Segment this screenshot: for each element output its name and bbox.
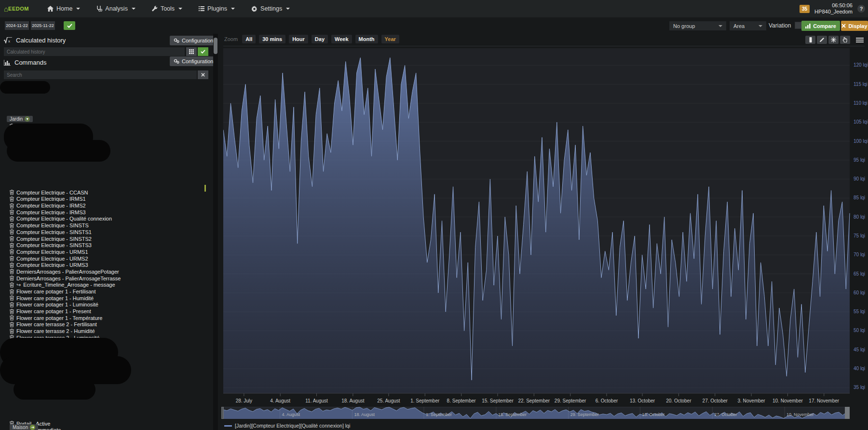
compare-button[interactable]: Compare <box>801 21 840 31</box>
group-badge-maison[interactable]: Maison ➜ <box>10 424 38 430</box>
pan-tool-button[interactable] <box>840 36 850 44</box>
zoom-button-month[interactable]: Month <box>355 35 378 43</box>
command-item[interactable]: Flower care potager 1 - Température <box>0 315 211 321</box>
command-item[interactable]: Compteur Electrique - SINSTS2 <box>0 236 211 242</box>
trash-icon[interactable] <box>10 309 14 314</box>
trash-icon[interactable] <box>10 196 14 202</box>
navigator-right-handle[interactable] <box>845 407 850 419</box>
command-item[interactable]: ↪Ecriture_Timeline_Arrosage - message <box>0 282 211 289</box>
command-item-redacted[interactable] <box>0 414 211 420</box>
chart-menu-button[interactable] <box>854 36 866 44</box>
zoom-button-week[interactable]: Week <box>331 35 352 43</box>
list-scrollbar-thumb[interactable] <box>204 185 206 192</box>
svg-text:15. September: 15. September <box>482 398 514 403</box>
command-item[interactable]: Flower care terrasse 2 - Fertilisant <box>0 321 211 328</box>
trash-icon[interactable] <box>10 236 14 241</box>
command-item[interactable]: Flower care potager 1 - Fertilisant <box>0 288 211 295</box>
command-item[interactable]: Compteur Electrique - URMS2 <box>0 255 211 262</box>
trash-icon[interactable] <box>10 263 14 268</box>
command-item[interactable]: Flower care potager 1 - Luminosité <box>0 302 211 308</box>
trash-icon[interactable] <box>10 209 14 215</box>
trash-icon[interactable] <box>10 256 14 261</box>
trash-icon[interactable] <box>10 216 14 222</box>
menu-tools[interactable]: Tools <box>152 5 182 12</box>
command-item-redacted[interactable] <box>0 163 211 169</box>
command-search-input[interactable] <box>4 70 197 79</box>
chart-type-select[interactable]: Area <box>730 21 766 30</box>
page-scrollbar-track[interactable] <box>213 34 218 430</box>
svg-text:x: x <box>8 39 10 43</box>
marker-tool-button[interactable] <box>805 36 815 44</box>
command-item[interactable]: Compteur Electrique - URMS3 <box>0 262 211 268</box>
command-item[interactable]: Compteur Electrique - IRMS1 <box>0 196 211 203</box>
command-item[interactable]: Compteur Electrique - Qualité connexion <box>0 216 211 222</box>
calculated-config-button[interactable]: Configuration <box>170 36 217 45</box>
page-scrollbar-thumb[interactable] <box>214 38 217 54</box>
command-item-redacted[interactable] <box>0 176 211 183</box>
clear-search-button[interactable] <box>198 70 208 79</box>
zoom-button-day[interactable]: Day <box>312 35 328 43</box>
command-item[interactable]: Compteur Electrique - IRMS3 <box>0 209 211 216</box>
command-item-redacted[interactable] <box>0 169 211 176</box>
zoom-button-hour[interactable]: Hour <box>289 35 308 43</box>
command-item[interactable]: Flower care terrasse 2 - Humidité <box>0 328 211 334</box>
menu-settings[interactable]: Settings <box>251 5 290 12</box>
zoom-button-all[interactable]: All <box>242 35 256 43</box>
command-item[interactable]: Compteur Electrique - URMS1 <box>0 249 211 255</box>
svg-text:45 lqi: 45 lqi <box>854 347 865 352</box>
chart-legend[interactable]: [Jardin][Compteur Electrique][Qualité co… <box>224 423 350 429</box>
apply-dates-button[interactable] <box>64 21 75 30</box>
command-item[interactable]: Compteur Electrique - SINSTS1 <box>0 229 211 236</box>
group-badge-jardin[interactable]: Jardin ▾ <box>7 116 33 122</box>
command-item-redacted[interactable] <box>0 401 211 407</box>
date-to-input[interactable]: 2025-11-22 <box>31 21 55 30</box>
date-from-input[interactable]: 2024-11-22 <box>5 21 29 30</box>
variation-checkbox[interactable] <box>795 22 802 29</box>
trash-icon[interactable] <box>10 229 14 235</box>
command-item[interactable]: Compteur Electrique - SINSTS3 <box>0 242 211 249</box>
command-item[interactable]: Compteur Electrique - IRMS2 <box>0 202 211 209</box>
equation-list-button[interactable] <box>186 47 197 56</box>
trash-icon[interactable] <box>10 289 14 294</box>
commands-config-button[interactable]: Configuration <box>170 56 217 66</box>
trash-icon[interactable] <box>10 315 14 320</box>
command-item-redacted[interactable] <box>0 407 211 414</box>
update-count-badge[interactable]: 35 <box>800 5 810 13</box>
jeedom-logo[interactable]: ⌂ EEDOM <box>4 6 31 12</box>
calculated-apply-button[interactable] <box>198 47 208 56</box>
command-item[interactable]: DerniersArrosages - PalierArrosagePotage… <box>0 268 211 275</box>
menu-analysis[interactable]: Analysis <box>96 5 136 12</box>
trash-icon[interactable] <box>10 269 14 274</box>
group-select[interactable]: No group <box>669 21 726 30</box>
trash-icon[interactable] <box>10 243 14 248</box>
trash-icon[interactable] <box>10 276 14 281</box>
freeze-tool-button[interactable] <box>828 36 839 44</box>
trash-icon[interactable] <box>10 282 14 288</box>
main-chart[interactable]: 35 lqi40 lqi45 lqi50 lqi55 lqi60 lqi65 l… <box>223 48 868 407</box>
command-item[interactable]: Flower care potager 1 - Humidité <box>0 295 211 302</box>
trash-icon[interactable] <box>10 329 14 334</box>
help-icon[interactable]: ? <box>857 5 865 13</box>
draw-tool-button[interactable] <box>817 36 827 44</box>
command-item-redacted[interactable] <box>0 182 211 189</box>
command-item[interactable]: Flower care potager 1 - Present <box>0 308 211 315</box>
menu-plugins[interactable]: Plugins <box>199 5 235 12</box>
navigator-left-handle[interactable] <box>221 407 224 419</box>
trash-icon[interactable] <box>10 203 14 208</box>
svg-text:13. October: 13. October <box>642 412 665 417</box>
command-item[interactable]: DerniersArrosages - PalierArrosageTerras… <box>0 275 211 282</box>
zoom-button-30-mins[interactable]: 30 mins <box>259 35 285 43</box>
trash-icon[interactable] <box>10 249 14 254</box>
command-item[interactable]: Compteur Electrique - SINSTS <box>0 222 211 229</box>
calculated-history-input[interactable] <box>4 47 185 56</box>
trash-icon[interactable] <box>10 322 14 327</box>
menu-home[interactable]: Home <box>47 5 80 12</box>
zoom-button-year[interactable]: Year <box>381 35 399 43</box>
chart-navigator[interactable]: 4. August18. August1. September15. Septe… <box>223 407 846 419</box>
trash-icon[interactable] <box>10 302 14 307</box>
trash-icon[interactable] <box>10 223 14 228</box>
display-button[interactable]: Display <box>841 21 868 31</box>
trash-icon[interactable] <box>10 295 14 301</box>
trash-icon[interactable] <box>10 190 14 195</box>
command-item[interactable]: Compteur Electrique - CCASN <box>0 189 211 196</box>
